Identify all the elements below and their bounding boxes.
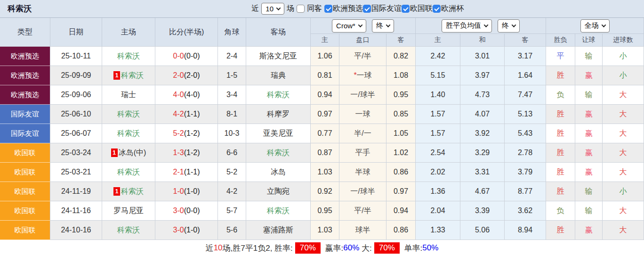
eu-home-odds-cell: 1.33 [416, 221, 460, 240]
recent-label: 近 [251, 4, 259, 14]
result-handicap: 输 [585, 206, 593, 216]
match-row: 欧洲预选25-10-11科索沃0-0(0-0)2-4斯洛文尼亚1.06平/半0.… [0, 47, 644, 66]
odds-company-select[interactable]: Crow* [332, 19, 366, 33]
eu-draw-odds-cell: 3.39 [460, 201, 505, 221]
halftime-score: (1-0) [184, 226, 200, 234]
score-cell: 3-0(0-0) [155, 201, 218, 221]
match-row: 欧国联24-11-16罗马尼亚3-0(0-0)5-7科索沃0.95平/半0.94… [0, 201, 644, 221]
eu-draw-odds-cell: 3.92 [460, 124, 505, 143]
home-team-name: 科索沃 [117, 109, 140, 119]
ah-line-text: 球半 [355, 225, 370, 235]
away-team-name: 科索沃 [267, 206, 290, 216]
halftime-score: (1-2) [184, 149, 200, 157]
away-team-cell: 科摩罗 [246, 105, 311, 124]
match-scope-select[interactable]: 全场 [580, 19, 610, 33]
home-team-name: 冰岛(中) [119, 148, 146, 158]
odds-time-select[interactable]: 终 [372, 19, 394, 33]
result-handicap-cell: 赢 [575, 221, 603, 240]
chevron-down-icon [601, 23, 606, 27]
result-handicap: 输 [585, 187, 593, 197]
away-team-cell: 立陶宛 [246, 182, 311, 201]
filter-label: 欧国联 [410, 4, 433, 14]
away-team-cell: 亚美尼亚 [246, 124, 311, 143]
ah-away-odds-cell: 1.05 [386, 124, 416, 143]
fulltime-score: 4-0 [173, 91, 184, 99]
result-goals: 大 [620, 225, 627, 235]
ah-line-cell: 半/一 [339, 124, 386, 143]
eu-away-odds-cell: 3.79 [505, 163, 546, 182]
chevron-down-icon [276, 6, 281, 10]
type-cell: 欧国联 [0, 221, 50, 240]
result-wdl-cell: 胜 [546, 221, 575, 240]
result-wdl: 胜 [557, 167, 564, 177]
summary-count: 10 [214, 243, 223, 253]
subcol-eu-home: 主 [416, 34, 460, 46]
result-goals: 大 [620, 148, 627, 158]
match-row: 国际友谊25-06-10科索沃4-2(1-1)8-1科摩罗0.97一球0.851… [0, 105, 644, 124]
ah-line-cell: 一球 [339, 105, 386, 124]
eu-away-odds-cell: 8.77 [505, 182, 546, 201]
ah-line-cell: 平手 [339, 143, 386, 163]
eu-away-odds-cell: 3.62 [505, 201, 546, 221]
filter-checkbox[interactable] [363, 5, 371, 13]
home-order-badge: 1 [111, 149, 118, 157]
filter-checkbox[interactable] [433, 5, 441, 13]
ah-line-text: 一球 [355, 109, 370, 119]
filter-group: 国际友谊 [363, 4, 402, 14]
result-handicap-cell: 输 [575, 201, 603, 221]
score-cell: 5-2(1-2) [155, 124, 218, 143]
col-header-away: 客场 [246, 18, 311, 46]
result-goals-cell: 大 [603, 124, 644, 143]
eu-home-odds-cell: 1.57 [416, 105, 460, 124]
subcol-ah-home: 主 [311, 34, 339, 46]
col-header-home: 主场 [102, 18, 155, 46]
score-cell: 2-0(2-0) [155, 66, 218, 85]
result-goals-cell: 小 [603, 66, 644, 85]
match-row: 欧国联25-03-21科索沃2-1(1-1)5-2冰岛1.03半球0.862.0… [0, 163, 644, 182]
away-team-cell: 科索沃 [246, 85, 311, 105]
europe-odds-select[interactable]: 胜平负均值 [442, 19, 492, 33]
eu-away-odds-cell: 7.47 [505, 85, 546, 105]
home-team-cell: 科索沃 [102, 221, 155, 240]
halftime-score: (4-0) [184, 91, 200, 99]
result-goals-cell: 大 [603, 201, 644, 221]
away-team-cell: 塞浦路斯 [246, 221, 311, 240]
summary-text: 单率: [402, 243, 422, 254]
chevron-down-icon [512, 23, 516, 27]
score-cell: 0-0(0-0) [155, 47, 218, 66]
away-team-name: 科摩罗 [267, 109, 290, 119]
chevron-down-icon [386, 23, 390, 27]
eu-draw-odds-cell: 3.31 [460, 163, 505, 182]
halftime-score: (1-0) [184, 187, 200, 196]
eu-away-odds-cell: 2.78 [505, 143, 546, 163]
result-goals: 小 [620, 71, 627, 81]
corners-cell: 2-4 [218, 47, 246, 66]
eu-draw-odds-cell: 4.67 [460, 182, 505, 201]
eu-home-odds-cell: 1.36 [416, 182, 460, 201]
fulltime-score: 1-0 [173, 187, 184, 196]
recent-count-select[interactable]: 10 [261, 3, 284, 15]
col-header-corners: 角球 [218, 18, 246, 46]
subcol-wdl: 胜负 [546, 34, 575, 46]
away-team-name: 斯洛文尼亚 [259, 51, 297, 61]
filter-checkbox[interactable] [402, 5, 410, 13]
date-cell: 25-03-21 [50, 163, 102, 182]
result-wdl: 胜 [557, 187, 564, 197]
result-handicap-cell: 输 [575, 47, 603, 66]
ah-line-cell: 半球 [339, 163, 386, 182]
europe-time-select[interactable]: 终 [498, 19, 520, 33]
corners-cell: 1-5 [218, 66, 246, 85]
eu-home-odds-cell: 2.02 [416, 163, 460, 182]
away-team-name: 亚美尼亚 [263, 129, 293, 139]
same-away-label: 同客 [307, 4, 322, 14]
home-team-cell: 1科索沃 [102, 182, 155, 201]
filter-controls: 近 10 场 同客 欧洲预选国际友谊欧国联欧洲杯 [251, 3, 464, 15]
eu-away-odds-cell: 8.94 [505, 221, 546, 240]
ah-line-text: 平/半 [354, 51, 371, 61]
date-cell: 25-10-11 [50, 47, 102, 66]
home-team-name: 科索沃 [117, 225, 140, 235]
ah-home-odds-cell: 1.03 [311, 221, 339, 240]
filter-checkbox[interactable] [324, 5, 332, 13]
same-away-checkbox[interactable] [297, 5, 305, 13]
home-team-cell: 瑞士 [102, 85, 155, 105]
